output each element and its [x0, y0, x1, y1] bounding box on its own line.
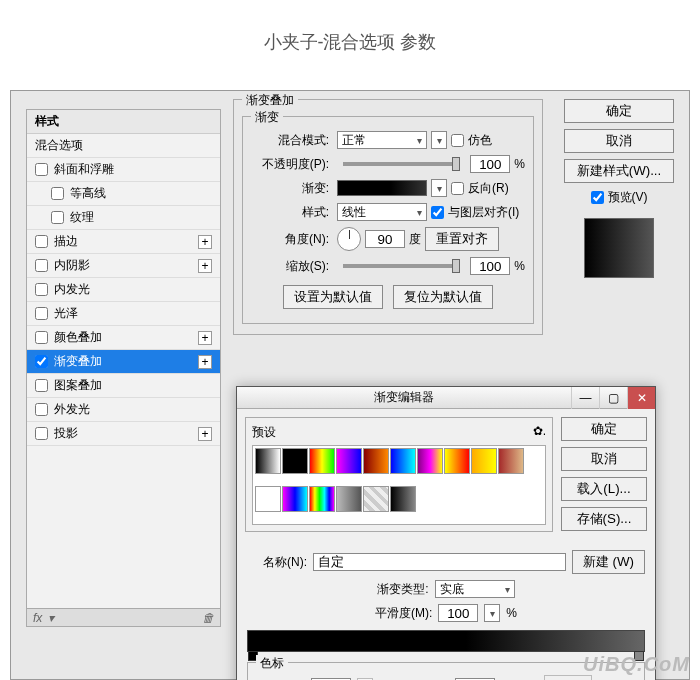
- preset-swatch-7[interactable]: [444, 448, 470, 474]
- style-checkbox[interactable]: [51, 211, 64, 224]
- preset-swatch-5[interactable]: [390, 448, 416, 474]
- style-checkbox[interactable]: [35, 355, 48, 368]
- style-row-2[interactable]: 纹理: [27, 206, 220, 230]
- align-checkbox[interactable]: [431, 206, 444, 219]
- preview-checkbox[interactable]: [591, 191, 604, 204]
- plus-icon[interactable]: +: [198, 427, 212, 441]
- dialog-right-buttons: 确定 取消 新建样式(W)... 预览(V): [564, 99, 674, 278]
- gradient-preview[interactable]: [337, 180, 427, 196]
- plus-icon[interactable]: +: [198, 331, 212, 345]
- style-checkbox[interactable]: [35, 163, 48, 176]
- preset-swatch-15[interactable]: [390, 486, 416, 512]
- style-checkbox[interactable]: [35, 427, 48, 440]
- plus-icon[interactable]: +: [198, 259, 212, 273]
- scale-slider[interactable]: [343, 264, 460, 268]
- style-row-6[interactable]: 光泽: [27, 302, 220, 326]
- layer-style-dialog: 样式 混合选项 斜面和浮雕等高线纹理描边+内阴影+内发光光泽颜色叠加+渐变叠加+…: [10, 90, 690, 680]
- fx-bar: fx ▾ 🗑: [27, 608, 220, 626]
- style-row-3[interactable]: 描边+: [27, 230, 220, 254]
- dither-checkbox[interactable]: [451, 134, 464, 147]
- style-row-7[interactable]: 颜色叠加+: [27, 326, 220, 350]
- minimize-icon[interactable]: —: [571, 387, 599, 409]
- style-checkbox[interactable]: [35, 331, 48, 344]
- gradtype-select[interactable]: 实底▾: [435, 580, 515, 598]
- scale-input[interactable]: [470, 257, 510, 275]
- fx-arrow-icon[interactable]: ▾: [48, 611, 54, 625]
- gradtype-value: 实底: [440, 581, 464, 598]
- blend-options-row[interactable]: 混合选项: [27, 134, 220, 158]
- style-label: 样式:: [251, 204, 329, 221]
- style-checkbox[interactable]: [35, 283, 48, 296]
- reverse-checkbox[interactable]: [451, 182, 464, 195]
- style-checkbox[interactable]: [51, 187, 64, 200]
- angle-dial[interactable]: [337, 227, 361, 251]
- preset-swatch-3[interactable]: [336, 448, 362, 474]
- gradient-editor-window: 渐变编辑器 — ▢ ✕ 预设 ✿. 确定 取消 载入(L)... 存储(S)..…: [236, 386, 656, 680]
- smooth-input[interactable]: [438, 604, 478, 622]
- style-row-5[interactable]: 内发光: [27, 278, 220, 302]
- smooth-dropdown-icon[interactable]: ▾: [484, 604, 500, 622]
- blend-dropdown-extra[interactable]: ▾: [431, 131, 447, 149]
- style-checkbox[interactable]: [35, 235, 48, 248]
- new-gradient-button[interactable]: 新建 (W): [572, 550, 645, 574]
- maximize-icon[interactable]: ▢: [599, 387, 627, 409]
- gradient-bar[interactable]: [247, 630, 645, 652]
- preset-swatch-10[interactable]: [255, 486, 281, 512]
- trash-icon[interactable]: 🗑: [202, 611, 214, 625]
- preset-swatch-6[interactable]: [417, 448, 443, 474]
- chevron-down-icon: ▾: [505, 584, 510, 595]
- style-row-10[interactable]: 外发光: [27, 398, 220, 422]
- style-row-8[interactable]: 渐变叠加+: [27, 350, 220, 374]
- make-default-button[interactable]: 设置为默认值: [283, 285, 383, 309]
- gradient-dropdown-icon[interactable]: ▾: [431, 179, 447, 197]
- plus-icon[interactable]: +: [198, 235, 212, 249]
- gear-icon[interactable]: ✿.: [533, 424, 546, 441]
- style-row-1[interactable]: 等高线: [27, 182, 220, 206]
- stops-legend: 色标: [256, 655, 288, 672]
- preset-swatch-2[interactable]: [309, 448, 335, 474]
- preset-swatch-13[interactable]: [336, 486, 362, 512]
- style-label: 投影: [54, 425, 78, 442]
- preset-swatch-8[interactable]: [471, 448, 497, 474]
- opacity-input[interactable]: [470, 155, 510, 173]
- preset-swatch-14[interactable]: [363, 486, 389, 512]
- style-checkbox[interactable]: [35, 379, 48, 392]
- style-row-0[interactable]: 斜面和浮雕: [27, 158, 220, 182]
- percent-label: %: [514, 157, 525, 171]
- cancel-button[interactable]: 取消: [564, 129, 674, 153]
- preset-swatch-4[interactable]: [363, 448, 389, 474]
- plus-icon[interactable]: +: [198, 355, 212, 369]
- ok-button[interactable]: 确定: [564, 99, 674, 123]
- preset-swatch-0[interactable]: [255, 448, 281, 474]
- style-row-9[interactable]: 图案叠加: [27, 374, 220, 398]
- angle-input[interactable]: [365, 230, 405, 248]
- page-title: 小夹子-混合选项 参数: [0, 0, 700, 74]
- angle-label: 角度(N):: [251, 231, 329, 248]
- gradient-label: 渐变:: [251, 180, 329, 197]
- smooth-label: 平滑度(M):: [375, 605, 432, 622]
- editor-save-button[interactable]: 存储(S)...: [561, 507, 647, 531]
- editor-load-button[interactable]: 载入(L)...: [561, 477, 647, 501]
- preset-swatch-11[interactable]: [282, 486, 308, 512]
- reset-default-button[interactable]: 复位为默认值: [393, 285, 493, 309]
- style-checkbox[interactable]: [35, 307, 48, 320]
- close-icon[interactable]: ✕: [627, 387, 655, 409]
- style-row-11[interactable]: 投影+: [27, 422, 220, 446]
- name-input[interactable]: [313, 553, 566, 571]
- style-checkbox[interactable]: [35, 259, 48, 272]
- watermark: UiBQ.CoM: [583, 653, 690, 676]
- group-legend: 渐变叠加: [242, 92, 298, 109]
- style-row-4[interactable]: 内阴影+: [27, 254, 220, 278]
- style-select[interactable]: 线性▾: [337, 203, 427, 221]
- editor-ok-button[interactable]: 确定: [561, 417, 647, 441]
- preset-swatch-9[interactable]: [498, 448, 524, 474]
- new-style-button[interactable]: 新建样式(W)...: [564, 159, 674, 183]
- preset-swatch-12[interactable]: [309, 486, 335, 512]
- gradient-editor-titlebar[interactable]: 渐变编辑器 — ▢ ✕: [237, 387, 655, 409]
- blend-mode-select[interactable]: 正常▾: [337, 131, 427, 149]
- preset-swatch-1[interactable]: [282, 448, 308, 474]
- editor-cancel-button[interactable]: 取消: [561, 447, 647, 471]
- reset-align-button[interactable]: 重置对齐: [425, 227, 499, 251]
- style-checkbox[interactable]: [35, 403, 48, 416]
- opacity-slider[interactable]: [343, 162, 460, 166]
